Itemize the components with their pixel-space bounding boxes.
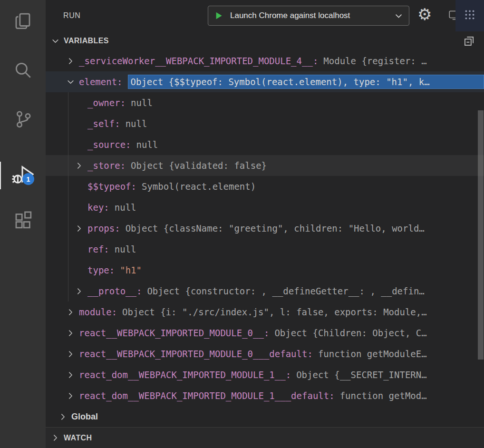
variable-row[interactable]: key:null: [46, 197, 484, 218]
variable-value: Object {$$typeof: Symbol(react.element),…: [128, 75, 484, 89]
panel-title: RUN: [63, 0, 80, 31]
watch-title: WATCH: [64, 434, 92, 442]
variable-name: _source:: [87, 139, 131, 150]
scope-row[interactable]: Global: [46, 406, 484, 427]
variables-title: VARIABLES: [64, 37, 109, 45]
variable-name: props:: [87, 223, 120, 234]
chevron-right-icon[interactable]: [75, 224, 87, 233]
variable-row[interactable]: ref:null: [46, 239, 484, 260]
variable-row[interactable]: type:"h1": [46, 260, 484, 281]
chevron-right-icon[interactable]: [67, 371, 79, 379]
active-view-indicator: [0, 162, 1, 189]
variable-value: Object {constructor: , __defineGetter__:…: [147, 286, 424, 296]
variable-row[interactable]: react_dom__WEBPACK_IMPORTED_MODULE_1__:O…: [46, 364, 484, 385]
chevron-right-icon[interactable]: [67, 392, 79, 400]
variable-name: _owner:: [87, 97, 126, 108]
variable-name: key:: [87, 202, 109, 213]
activity-bar: 1: [0, 0, 46, 448]
variable-name: type:: [87, 265, 115, 275]
variable-row[interactable]: element:Object {$$typeof: Symbol(react.e…: [46, 71, 484, 92]
collapse-all-icon[interactable]: [464, 36, 474, 49]
variable-name: react_dom__WEBPACK_IMPORTED_MODULE_1__:: [79, 370, 291, 380]
layout-grid-button[interactable]: [455, 0, 484, 31]
variable-value: null: [136, 139, 158, 150]
chevron-down-icon: [394, 11, 403, 20]
variable-name: react_dom__WEBPACK_IMPORTED_MODULE_1___d…: [79, 390, 335, 401]
activity-bar-run-and-debug[interactable]: [0, 163, 46, 187]
extensions-icon: [13, 210, 33, 232]
debug-toolbar: RUN Launch Chrome against localhost ⚙: [46, 0, 484, 31]
variable-value: Symbol(react.element): [142, 181, 256, 192]
variable-value: Object {className: "greeting", children:…: [126, 223, 425, 234]
variable-value: Object {validated: false}: [131, 160, 267, 171]
variable-name: $$typeof:: [87, 181, 136, 192]
search-icon: [13, 60, 33, 82]
variable-row[interactable]: _owner:null: [46, 92, 484, 113]
variable-name: Global: [71, 412, 98, 422]
vertical-scrollbar[interactable]: [478, 110, 484, 360]
chevron-right-icon[interactable]: [67, 308, 79, 316]
source-control-icon: [13, 109, 33, 131]
variable-name: _serviceWorker__WEBPACK_IMPORTED_MODULE_…: [79, 56, 318, 66]
debug-config-label: Launch Chrome against localhost: [230, 11, 394, 20]
variable-name: __proto__:: [87, 286, 142, 296]
variable-name: _store:: [87, 160, 126, 171]
chevron-down-icon[interactable]: [67, 78, 79, 86]
debug-config-dropdown[interactable]: Launch Chrome against localhost: [208, 6, 409, 26]
variable-name: ref:: [87, 244, 109, 254]
variable-value: Object {Children: Object, C…: [274, 328, 426, 338]
chevron-right-icon[interactable]: [75, 287, 87, 295]
chevron-right-icon[interactable]: [67, 57, 79, 65]
variable-name: react__WEBPACK_IMPORTED_MODULE_0___defau…: [79, 349, 313, 359]
variable-value: Object {i: "./src/index.js", l: false, e…: [122, 307, 427, 317]
variable-name: react__WEBPACK_IMPORTED_MODULE_0__:: [79, 328, 269, 338]
variable-row[interactable]: _serviceWorker__WEBPACK_IMPORTED_MODULE_…: [46, 50, 484, 71]
variable-value: function getModuleE…: [318, 349, 427, 359]
chevron-right-icon[interactable]: [75, 162, 87, 170]
chevron-down-icon[interactable]: [51, 37, 64, 45]
variable-value: "h1": [120, 265, 142, 275]
variable-value: null: [115, 244, 136, 254]
variable-value: null: [126, 118, 147, 129]
variable-name: module:: [79, 307, 117, 317]
variable-row[interactable]: $$typeof:Symbol(react.element): [46, 176, 484, 197]
variable-row[interactable]: _store:Object {validated: false}: [46, 155, 484, 176]
chevron-right-icon[interactable]: [67, 350, 79, 358]
watch-section-header[interactable]: WATCH: [46, 427, 484, 448]
run-and-debug-panel: RUN Launch Chrome against localhost ⚙: [46, 0, 484, 448]
variable-row[interactable]: props:Object {className: "greeting", chi…: [46, 218, 484, 239]
activity-bar-search[interactable]: [0, 58, 46, 83]
variables-rows: _serviceWorker__WEBPACK_IMPORTED_MODULE_…: [46, 50, 484, 427]
chevron-right-icon[interactable]: [59, 413, 71, 421]
debug-count-badge: 1: [22, 173, 34, 185]
start-debug-icon[interactable]: [213, 10, 223, 21]
chevron-right-icon[interactable]: [67, 329, 79, 337]
variables-section-header[interactable]: VARIABLES: [46, 31, 484, 50]
activity-bar-source-control[interactable]: [0, 107, 46, 132]
variable-value: Object {__SECRET_INTERN…: [296, 370, 427, 380]
variable-row[interactable]: __proto__:Object {constructor: , __defin…: [46, 281, 484, 302]
files-icon: [13, 11, 33, 33]
gear-icon[interactable]: ⚙: [417, 5, 432, 24]
variable-row[interactable]: _source:null: [46, 134, 484, 155]
grid-dots-icon: [464, 9, 476, 23]
variable-row[interactable]: react__WEBPACK_IMPORTED_MODULE_0__:Objec…: [46, 322, 484, 343]
variable-row[interactable]: module:Object {i: "./src/index.js", l: f…: [46, 302, 484, 322]
variable-value: null: [115, 202, 136, 213]
variable-value: Module {register: …: [323, 56, 426, 66]
variable-row[interactable]: react_dom__WEBPACK_IMPORTED_MODULE_1___d…: [46, 385, 484, 406]
variable-value: function getMod…: [340, 390, 427, 401]
variable-value: null: [131, 97, 153, 108]
variable-name: element:: [79, 77, 123, 87]
activity-bar-explorer[interactable]: [0, 10, 46, 34]
variable-row[interactable]: _self:null: [46, 113, 484, 134]
variable-name: _self:: [87, 118, 120, 129]
activity-bar-extensions[interactable]: [0, 209, 46, 234]
variable-row[interactable]: react__WEBPACK_IMPORTED_MODULE_0___defau…: [46, 343, 484, 364]
chevron-right-icon[interactable]: [51, 434, 64, 442]
